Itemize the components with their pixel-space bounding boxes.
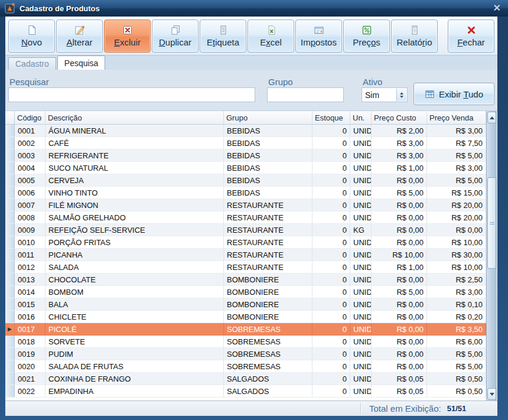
excluir-button[interactable]: Excluir: [104, 19, 151, 53]
cell-codigo: 0021: [15, 373, 45, 385]
table-row[interactable]: 0002CAFÉBEBIDAS0UNIDR$ 3,00R$ 7,50: [5, 137, 486, 149]
table-row[interactable]: 0019PUDIMSOBREMESAS0UNIDR$ 0,00R$ 5,00: [5, 348, 486, 360]
cell-descricao: EMPADINHA: [45, 385, 224, 397]
table-row[interactable]: 0001ÁGUA MINERALBEBIDAS0UNIDR$ 2,00R$ 3,…: [5, 125, 486, 137]
exibir-tudo-button[interactable]: Exibir Tudo: [413, 83, 494, 105]
cell-un: UNID: [350, 385, 372, 397]
column-header[interactable]: Código: [15, 111, 45, 124]
cell-estoque: 0: [312, 373, 350, 385]
scroll-down-button[interactable]: [487, 388, 496, 400]
column-header[interactable]: Descrição: [45, 111, 224, 124]
cell-preco_venda: R$ 0,50: [427, 373, 486, 385]
relatorio-button[interactable]: Relatório: [391, 19, 438, 53]
row-indicator: [5, 348, 15, 360]
column-header[interactable]: Preço Custo: [372, 111, 427, 124]
pesquisar-input[interactable]: [8, 87, 255, 102]
row-indicator: [5, 249, 15, 261]
vertical-scrollbar[interactable]: [486, 111, 497, 401]
table-row[interactable]: 0008SALMÃO GRELHADORESTAURANTE0UNIDR$ 0,…: [5, 211, 486, 224]
cell-grupo: RESTAURANTE: [224, 224, 312, 236]
table-row[interactable]: 0009REFEIÇÃO SELF-SERVICERESTAURANTE0KGR…: [5, 224, 486, 236]
button-label: Excel: [260, 37, 282, 47]
table-row[interactable]: 0021COXINHA DE FRANGOSALGADOS0UNIDR$ 0,0…: [5, 373, 486, 385]
etiqueta-button[interactable]: Etiqueta: [200, 19, 246, 53]
cell-un: UNID: [350, 348, 372, 360]
ativo-spinner[interactable]: [396, 89, 406, 101]
table-row[interactable]: 0014BOMBOMBOMBONIERE0UNIDR$ 5,00R$ 3,00: [5, 286, 486, 298]
scroll-thumb[interactable]: [487, 177, 496, 269]
cell-preco_custo: R$ 0,00: [372, 336, 427, 347]
cell-codigo: 0010: [15, 236, 45, 248]
column-header[interactable]: Estoque: [312, 111, 350, 124]
cell-preco_custo: R$ 5,00: [372, 286, 427, 298]
grupo-input[interactable]: [267, 87, 344, 102]
table-row[interactable]: 0012SALADARESTAURANTE0UNIDR$ 1,00R$ 10,0…: [5, 261, 486, 274]
excel-icon: [266, 25, 276, 35]
row-indicator: [5, 385, 15, 397]
table-row[interactable]: 0005CERVEJABEBIDAS0UNIDR$ 0,00R$ 5,00: [5, 174, 486, 187]
column-header[interactable]: Un.: [350, 111, 372, 124]
button-label: Preços: [353, 37, 380, 47]
grid-body: 0001ÁGUA MINERALBEBIDAS0UNIDR$ 2,00R$ 3,…: [5, 125, 486, 401]
alterar-button[interactable]: Alterar: [56, 19, 103, 53]
close-icon[interactable]: ✕: [493, 4, 501, 13]
table-row[interactable]: 0011PICANHARESTAURANTE0UNIDR$ 10,00R$ 30…: [5, 249, 486, 261]
cell-un: UNID: [350, 274, 372, 285]
cell-descricao: CERVEJA: [45, 174, 224, 186]
column-header[interactable]: Grupo: [224, 111, 312, 124]
table-row[interactable]: 0020SALADA DE FRUTASSOBREMESAS0UNIDR$ 0,…: [5, 360, 486, 373]
cell-preco_venda: R$ 20,00: [427, 199, 486, 211]
cell-un: UNID: [350, 137, 372, 149]
cell-preco_custo: R$ 0,00: [372, 360, 427, 372]
cell-un: UNID: [350, 187, 372, 198]
new-page-icon: [27, 25, 37, 35]
cell-grupo: BEBIDAS: [224, 187, 312, 198]
indicator-column-header: [5, 111, 15, 124]
cell-estoque: 0: [312, 323, 350, 335]
cell-estoque: 0: [312, 162, 350, 174]
toolbar: Novo Alterar Excluir Duplicar Etiqueta E…: [5, 17, 497, 56]
row-indicator: [5, 286, 15, 298]
table-row[interactable]: 0016CHICLETEBOMBONIERE0UNIDR$ 0,00R$ 0,2…: [5, 311, 486, 323]
ativo-select[interactable]: Sim: [362, 87, 408, 102]
table-row[interactable]: 0015BALABOMBONIERE0UNIDR$ 0,00R$ 0,10: [5, 298, 486, 311]
cell-descricao: CHOCOLATE: [45, 274, 224, 285]
cell-grupo: RESTAURANTE: [224, 236, 312, 248]
table-row[interactable]: 0010PORÇÃO FRITASRESTAURANTE0UNIDR$ 0,00…: [5, 236, 486, 249]
excel-button[interactable]: Excel: [248, 19, 294, 53]
fechar-button[interactable]: Fechar: [448, 19, 494, 53]
table-row[interactable]: 0013CHOCOLATEBOMBONIERE0UNIDR$ 0,00R$ 2,…: [5, 274, 486, 286]
button-label: Relatório: [396, 37, 432, 47]
cell-preco_venda: R$ 3,00: [427, 286, 486, 298]
tab-cadastro[interactable]: Cadastro: [8, 57, 56, 70]
cell-un: UNID: [350, 323, 372, 335]
cell-codigo: 0017: [15, 323, 45, 335]
cell-preco_venda: R$ 0,50: [427, 385, 486, 397]
cell-preco_custo: R$ 0,00: [372, 211, 427, 223]
cell-grupo: BOMBONIERE: [224, 298, 312, 310]
percent-icon: [362, 25, 372, 35]
cell-estoque: 0: [312, 199, 350, 211]
precos-button[interactable]: Preços: [343, 19, 390, 53]
tag-label-icon: [218, 25, 229, 35]
cell-descricao: CHICLETE: [45, 311, 224, 323]
row-indicator: [5, 211, 15, 223]
novo-button[interactable]: Novo: [8, 19, 55, 53]
table-row[interactable]: 0006VINHO TINTOBEBIDAS0UNIDR$ 5,00R$ 15,…: [5, 187, 486, 199]
table-row[interactable]: 0022EMPADINHASALGADOS0UNIDR$ 0,05R$ 0,50: [5, 385, 486, 398]
column-header[interactable]: Preço Venda: [427, 111, 486, 124]
button-label: Etiqueta: [207, 37, 239, 47]
scroll-up-button[interactable]: [487, 112, 496, 123]
table-row[interactable]: 0007FILÉ MIGNONRESTAURANTE0UNIDR$ 0,00R$…: [5, 199, 486, 211]
total-value: 51/51: [447, 404, 467, 413]
cell-grupo: BEBIDAS: [224, 137, 312, 149]
table-row[interactable]: 0003REFRIGERANTEBEBIDAS0UNIDR$ 3,00R$ 5,…: [5, 149, 486, 162]
table-row[interactable]: 0018SORVETESOBREMESAS0UNIDR$ 0,00R$ 6,00: [5, 336, 486, 348]
tab-pesquisa[interactable]: Pesquisa: [57, 56, 106, 70]
cell-un: UNID: [350, 211, 372, 223]
row-indicator: [5, 274, 15, 285]
table-row[interactable]: ▶0017PICOLÉSOBREMESAS0UNIDR$ 0,00R$ 3,50: [5, 323, 486, 336]
table-row[interactable]: 0004SUCO NATURALBEBIDAS0UNIDR$ 1,00R$ 3,…: [5, 162, 486, 174]
impostos-button[interactable]: Impostos: [295, 19, 342, 53]
duplicar-button[interactable]: Duplicar: [152, 19, 198, 53]
